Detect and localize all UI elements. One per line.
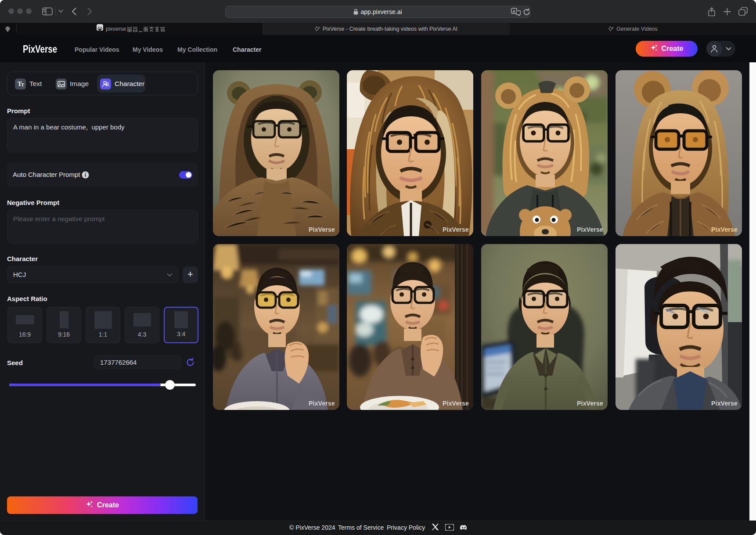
svg-text:A: A — [513, 9, 516, 14]
svg-text:T: T — [21, 83, 24, 87]
